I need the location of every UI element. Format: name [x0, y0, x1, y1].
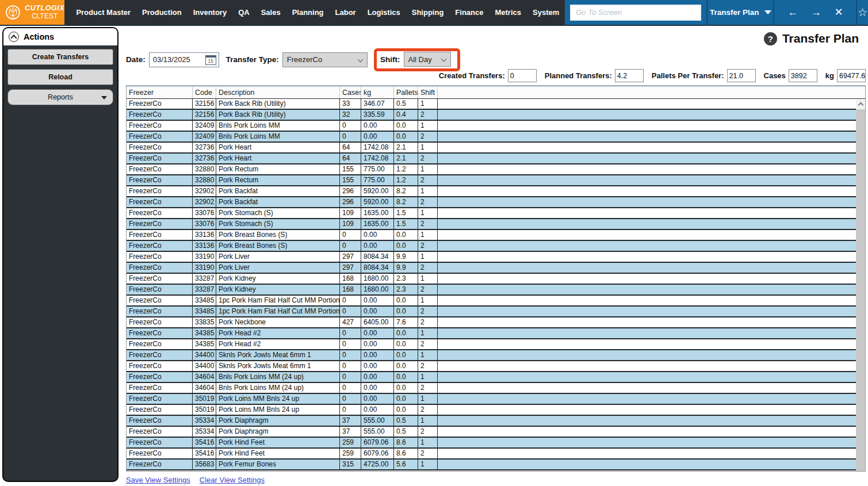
cell-kg: 6405.00: [361, 317, 394, 327]
table-row[interactable]: FreezerCo32156Pork Back Rib (Utility)323…: [127, 110, 865, 121]
clear-view-settings-link[interactable]: Clear View Settings: [200, 476, 265, 484]
nav-item-metrics[interactable]: Metrics: [489, 0, 527, 25]
cell-shift: 1: [418, 164, 438, 174]
close-icon[interactable]: ✕: [834, 0, 843, 25]
cell-kg: 0.00: [361, 372, 394, 382]
cell-kg: 555.00: [361, 416, 394, 426]
transfer-type-label: Transfer Type:: [226, 55, 279, 64]
transfer-type-select[interactable]: FreezerCo: [282, 52, 368, 67]
table-row[interactable]: FreezerCo34400Sknls Pork Jowls Meat 6mm …: [127, 361, 865, 372]
table-row[interactable]: FreezerCo35683Pork Femur Bones3154725.00…: [127, 460, 865, 470]
scroll-up-button[interactable]: [856, 100, 865, 109]
stat-input-2[interactable]: [727, 69, 756, 82]
stat-input-1[interactable]: [615, 69, 644, 82]
table-row[interactable]: FreezerCo33136Pork Breast Bones (S)00.00…: [127, 241, 865, 252]
table-row[interactable]: FreezerCo33190Pork Liver2978084.349.92: [127, 263, 865, 274]
date-input[interactable]: [150, 55, 202, 64]
table-row[interactable]: FreezerCo35334Pork Diaphragm37555.000.52: [127, 427, 865, 438]
shift-select[interactable]: All Day: [404, 52, 451, 67]
table-row[interactable]: FreezerCo334851pc Pork Ham Flat Half Cut…: [127, 296, 865, 307]
nav-item-labor[interactable]: Labor: [330, 0, 362, 25]
stat-input-4[interactable]: [837, 69, 866, 82]
chevron-down-icon: [441, 56, 446, 62]
favorite-star-icon[interactable]: ☆: [858, 6, 867, 19]
table-row[interactable]: FreezerCo35334Pork Diaphragm37555.000.51: [127, 416, 865, 427]
help-icon[interactable]: ?: [764, 32, 777, 45]
cell-cases: 0: [340, 230, 361, 240]
cell-code: 33076: [193, 208, 216, 218]
table-row[interactable]: FreezerCo35019Pork Loins MM Bnls 24 up00…: [127, 405, 865, 416]
collapse-chevron-icon[interactable]: [9, 32, 19, 42]
nav-item-production[interactable]: Production: [136, 0, 188, 25]
cell-shift: 2: [418, 285, 438, 294]
nav-item-finance[interactable]: Finance: [449, 0, 489, 25]
save-view-settings-link[interactable]: Save View Settings: [126, 476, 190, 484]
table-row[interactable]: FreezerCo35416Pork Hind Feet2596079.068.…: [127, 449, 865, 460]
table-row[interactable]: FreezerCo32902Pork Backfat2965920.008.22: [127, 197, 865, 208]
table-row[interactable]: FreezerCo34385Pork Head #200.000.01: [127, 328, 865, 339]
stat-input-3[interactable]: [789, 69, 817, 82]
table-row[interactable]: FreezerCo32409Bnls Pork Loins MM00.000.0…: [127, 132, 865, 143]
reports-dropdown-button[interactable]: Reports: [7, 89, 113, 105]
nav-item-sales[interactable]: Sales: [255, 0, 286, 25]
nav-item-product-master[interactable]: Product Master: [70, 0, 136, 25]
cell-cases: 64: [340, 143, 361, 152]
calendar-icon[interactable]: 15: [205, 55, 216, 65]
screen-selector-dropdown[interactable]: Transfer Plan: [708, 0, 773, 25]
table-row[interactable]: FreezerCo32156Pork Back Rib (Utility)333…: [127, 99, 865, 110]
column-header-shift[interactable]: Shift: [418, 87, 438, 98]
reload-button[interactable]: Reload: [7, 69, 113, 85]
column-header-kg[interactable]: kg: [361, 87, 394, 98]
table-row[interactable]: FreezerCo34604Bnls Pork Loins MM (24 up)…: [127, 383, 865, 394]
column-header-code[interactable]: Code: [193, 87, 216, 98]
table-row[interactable]: FreezerCo34400Sknls Pork Jowls Meat 6mm …: [127, 350, 865, 361]
nav-item-shipping[interactable]: Shipping: [406, 0, 450, 25]
cell-shift: 2: [418, 263, 438, 273]
table-row[interactable]: FreezerCo32880Pork Rectum155775.001.22: [127, 175, 865, 186]
cell-freezer: FreezerCo: [127, 307, 193, 316]
cell-pallets: 7.6: [394, 317, 418, 327]
table-row[interactable]: FreezerCo32902Pork Backfat2965920.008.21: [127, 186, 865, 197]
cell-shift: 1: [418, 186, 438, 196]
nav-item-logistics[interactable]: Logistics: [362, 0, 406, 25]
table-row[interactable]: FreezerCo32880Pork Rectum155775.001.21: [127, 164, 865, 175]
stat-input-0[interactable]: [508, 69, 537, 82]
nav-item-qa[interactable]: QA: [232, 0, 255, 25]
cell-freezer: FreezerCo: [127, 132, 193, 141]
cell-cases: 259: [340, 438, 361, 447]
cell-freezer: FreezerCo: [127, 208, 193, 218]
table-row[interactable]: FreezerCo35019Pork Loins MM Bnls 24 up00…: [127, 394, 865, 405]
table-row[interactable]: FreezerCo35416Pork Hind Feet2596079.068.…: [127, 438, 865, 449]
table-row[interactable]: FreezerCo33076Pork Stomach (S)1091635.00…: [127, 208, 865, 219]
cell-kg: 0.00: [361, 307, 394, 316]
nav-item-inventory[interactable]: Inventory: [188, 0, 233, 25]
cell-code: 34385: [193, 339, 216, 349]
column-header-desc[interactable]: Description: [216, 87, 340, 98]
table-row[interactable]: FreezerCo32736Pork Heart641742.082.12: [127, 154, 865, 164]
vertical-scrollbar[interactable]: [856, 100, 865, 471]
cell-desc: Pork Breast Bones (S): [216, 241, 340, 251]
cell-freezer: FreezerCo: [127, 219, 193, 229]
table-row[interactable]: FreezerCo33287Pork Kidney1681680.002.31: [127, 274, 865, 285]
cell-code: 35416: [193, 438, 216, 447]
table-row[interactable]: FreezerCo33190Pork Liver2978084.349.91: [127, 252, 865, 263]
forward-arrow-icon[interactable]: →: [811, 0, 821, 25]
table-row[interactable]: FreezerCo33287Pork Kidney1681680.002.32: [127, 285, 865, 296]
column-header-freezer[interactable]: Freezer: [127, 87, 193, 98]
table-row[interactable]: FreezerCo34604Bnls Pork Loins MM (24 up)…: [127, 372, 865, 383]
table-row[interactable]: FreezerCo33076Pork Stomach (S)1091635.00…: [127, 219, 865, 230]
table-row[interactable]: FreezerCo34385Pork Head #200.000.02: [127, 339, 865, 350]
nav-item-system[interactable]: System: [527, 0, 565, 25]
table-row[interactable]: FreezerCo32736Pork Heart641742.082.11: [127, 143, 865, 154]
cell-desc: Pork Backfat: [216, 197, 340, 207]
go-to-screen-input[interactable]: [570, 5, 701, 21]
table-row[interactable]: FreezerCo32409Bnls Pork Loins MM00.000.0…: [127, 121, 865, 132]
table-row[interactable]: FreezerCo33136Pork Breast Bones (S)00.00…: [127, 230, 865, 241]
nav-item-planning[interactable]: Planning: [286, 0, 330, 25]
create-transfers-button[interactable]: Create Transfers: [7, 49, 113, 65]
table-row[interactable]: FreezerCo33835Pork Neckbone4276405.007.6…: [127, 317, 865, 328]
back-arrow-icon[interactable]: ←: [787, 0, 798, 25]
column-header-pallets[interactable]: Pallets: [394, 87, 418, 98]
table-row[interactable]: FreezerCo334851pc Pork Ham Flat Half Cut…: [127, 307, 865, 317]
column-header-cases[interactable]: Cases: [340, 87, 361, 98]
